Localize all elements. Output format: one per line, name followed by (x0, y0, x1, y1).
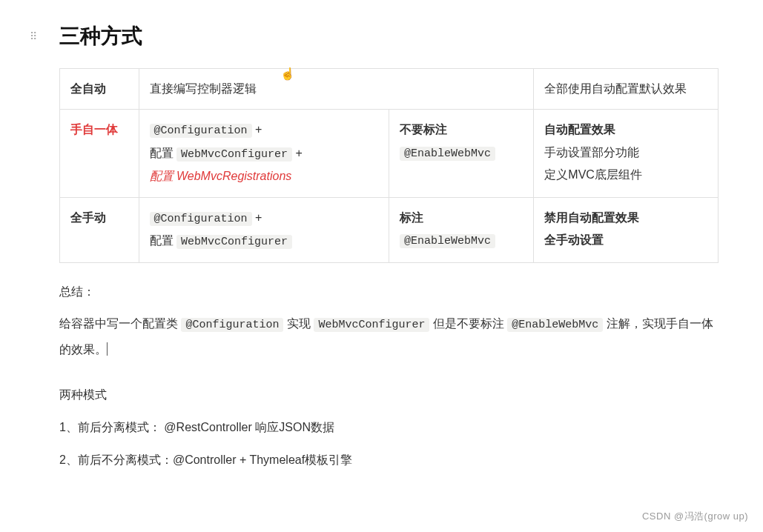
table-row: 全自动 直接编写控制器逻辑 全部使用自动配置默认效果 (60, 69, 719, 110)
summary-block: 总结： 给容器中写一个配置类 @Configuration 实现 WebMvcC… (59, 279, 719, 472)
code-token: @EnableWebMvc (400, 234, 495, 248)
mode-annotation: 不要标注 @EnableWebMvc (389, 110, 533, 197)
mode-effect: 自动配置效果 手动设置部分功能 定义MVC底层组件 (534, 110, 719, 197)
table-row: 手自一体 @Configuration + 配置 WebMvcConfigure… (60, 110, 719, 197)
modes-heading: 两种模式 (59, 382, 719, 408)
summary-heading: 总结： (59, 279, 719, 305)
mode-label: 全自动 (60, 69, 139, 110)
code-token: WebMvcConfigurer (314, 318, 429, 332)
mode-desc: 直接编写控制器逻辑 (139, 69, 534, 110)
mode-label: 全手动 (60, 197, 139, 262)
mode-config: @Configuration + 配置 WebMvcConfigurer + 配… (139, 110, 389, 197)
text-caret (107, 342, 108, 356)
code-token: @Configuration (150, 212, 252, 226)
summary-line: 给容器中写一个配置类 @Configuration 实现 WebMvcConfi… (59, 311, 719, 362)
code-token: WebMvcConfigurer (176, 147, 292, 162)
code-token: @Configuration (150, 124, 252, 138)
code-token: @EnableWebMvc (507, 318, 603, 332)
page-title: 三种方式 (59, 22, 719, 50)
mode-item: 2、前后不分离模式：@Controller + Thymeleaf模板引擎 (59, 448, 719, 473)
watermark: CSDN @冯浩(grow up) (642, 510, 748, 523)
modes-table: 全自动 直接编写控制器逻辑 全部使用自动配置默认效果 手自一体 @Configu… (59, 68, 719, 263)
mode-effect: 全部使用自动配置默认效果 (534, 69, 719, 110)
mode-effect: 禁用自动配置效果 全手动设置 (534, 197, 719, 262)
mode-annotation: 标注 @EnableWebMvc (389, 197, 533, 262)
code-token: WebMvcRegistrations (176, 170, 291, 182)
code-token: @Configuration (181, 318, 283, 332)
code-token: WebMvcConfigurer (176, 235, 292, 249)
mode-config: @Configuration + 配置 WebMvcConfigurer (139, 197, 389, 262)
code-token: @EnableWebMvc (400, 147, 495, 161)
mode-item: 1、前后分离模式： @RestController 响应JSON数据 (59, 415, 719, 440)
mode-label: 手自一体 (60, 110, 139, 197)
table-row: 全手动 @Configuration + 配置 WebMvcConfigurer… (60, 197, 719, 262)
block-drag-handle[interactable]: ⠿ (30, 31, 38, 41)
